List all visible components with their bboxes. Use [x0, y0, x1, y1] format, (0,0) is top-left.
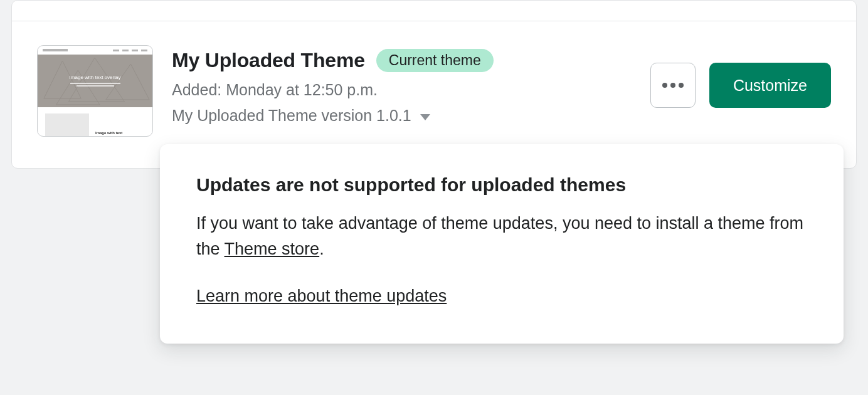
thumbnail-hero-text: Image with text overlay [70, 75, 121, 80]
theme-title: My Uploaded Theme [172, 49, 365, 72]
theme-version-dropdown[interactable]: My Uploaded Theme version 1.0.1 [172, 107, 632, 125]
learn-more-link[interactable]: Learn more about theme updates [196, 287, 447, 305]
svg-point-5 [670, 83, 675, 88]
svg-point-4 [662, 83, 667, 88]
thumbnail-lower-text: Image with text [95, 113, 122, 137]
more-actions-button[interactable] [650, 63, 696, 108]
theme-store-link[interactable]: Theme store [225, 240, 320, 258]
theme-actions: Customize [650, 45, 831, 108]
theme-thumbnail: Image with text overlay Image with text [37, 45, 153, 137]
caret-down-icon [420, 114, 430, 120]
popover-heading: Updates are not supported for uploaded t… [196, 174, 807, 196]
more-horizontal-icon [662, 83, 684, 88]
current-theme-badge: Current theme [376, 49, 494, 72]
theme-meta: My Uploaded Theme Current theme Added: M… [172, 45, 632, 125]
svg-marker-2 [106, 64, 149, 100]
card-divider [12, 1, 856, 21]
theme-added-text: Added: Monday at 12:50 p.m. [172, 81, 632, 99]
theme-card: Image with text overlay Image with text … [11, 0, 857, 169]
theme-version-label: My Uploaded Theme version 1.0.1 [172, 107, 411, 125]
svg-point-6 [679, 83, 684, 88]
popover-body: If you want to take advantage of theme u… [196, 211, 807, 261]
update-info-popover: Updates are not supported for uploaded t… [160, 144, 844, 344]
customize-button[interactable]: Customize [709, 63, 831, 108]
